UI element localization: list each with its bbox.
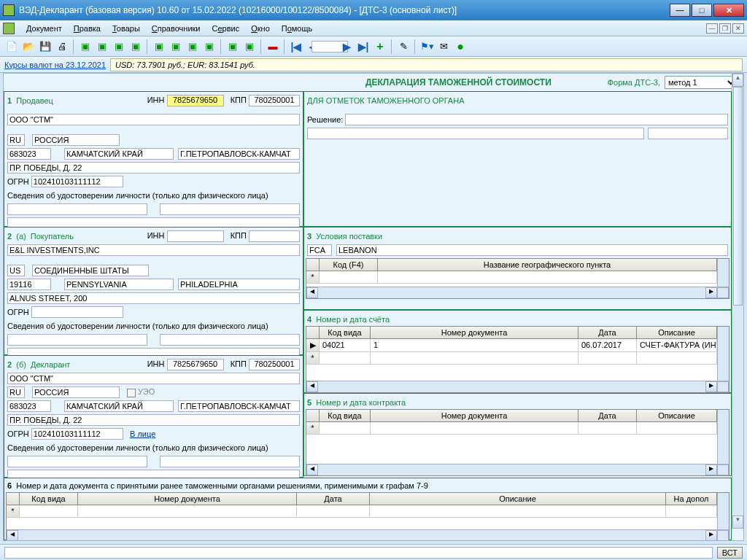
grid-vscroll[interactable] <box>717 493 729 529</box>
main-vscroll[interactable] <box>732 74 743 529</box>
seller-inn[interactable]: 7825679650 <box>167 95 224 106</box>
tb-edit[interactable]: ✎ <box>396 39 411 54</box>
seller-name[interactable] <box>7 114 300 125</box>
buyer-cc[interactable] <box>7 265 25 276</box>
buyer-id1[interactable] <box>7 334 147 346</box>
tb-g5[interactable]: ▣ <box>152 39 166 54</box>
seller-city[interactable] <box>178 148 300 160</box>
buyer-kpp[interactable] <box>249 230 300 242</box>
seller-zip[interactable] <box>7 148 51 160</box>
marks-f2[interactable] <box>648 128 728 139</box>
declarant-inn[interactable]: 7825679650 <box>167 359 224 370</box>
grid-vscroll[interactable] <box>717 259 729 287</box>
doc-icon <box>3 23 15 34</box>
tb-g4[interactable]: ▣ <box>128 39 143 54</box>
seller-id1[interactable] <box>7 203 147 215</box>
app-icon <box>3 4 15 16</box>
tb-last[interactable]: ▶| <box>356 39 371 54</box>
declarant-id2[interactable] <box>160 456 300 467</box>
seller-addr[interactable] <box>7 162 300 174</box>
tb-del[interactable]: ▬ <box>266 39 280 54</box>
tb-g2[interactable]: ▣ <box>95 39 109 54</box>
declarant-kpp[interactable]: 780250001 <box>249 359 300 370</box>
declarant-addr[interactable] <box>7 414 300 426</box>
declarant-city[interactable] <box>178 400 300 412</box>
tb-open[interactable]: 📂 <box>21 39 36 54</box>
mdi-close[interactable]: ✕ <box>732 23 744 34</box>
seller-country[interactable] <box>32 134 120 146</box>
buyer-ogrn[interactable] <box>31 306 123 318</box>
contract-grid[interactable]: Код видаНомер документаДатаОписание * ◀▶ <box>306 409 729 476</box>
vlitse-link[interactable]: В лице <box>130 429 155 438</box>
rate-link[interactable]: Курсы валют на 23.12.2021 <box>4 61 106 69</box>
buyer-region[interactable] <box>64 279 174 290</box>
seller-region[interactable] <box>64 148 174 160</box>
declarant-name[interactable] <box>7 373 300 384</box>
seller-cc[interactable] <box>7 134 25 146</box>
declarant-region[interactable] <box>64 400 174 412</box>
buyer-city[interactable] <box>178 279 300 290</box>
tb-page[interactable] <box>322 39 337 54</box>
tb-flag[interactable]: ⚑▾ <box>419 39 434 54</box>
menu-refs[interactable]: Справочники <box>146 23 206 34</box>
tb-g7[interactable]: ▣ <box>185 39 200 54</box>
marks-f1[interactable] <box>307 128 644 139</box>
panel-seller: 1 Продавец ИНН 7825679650 КПП 780250001 <box>4 91 303 227</box>
grid-vscroll[interactable] <box>717 327 729 381</box>
tb-mail[interactable]: ✉ <box>436 39 451 54</box>
menu-edit[interactable]: Правка <box>68 23 107 34</box>
grid-hscroll[interactable]: ◀▶ <box>7 529 729 541</box>
seller-id2[interactable] <box>160 203 300 215</box>
declarant-ogrn[interactable] <box>31 428 123 440</box>
panel-buyer: 2 (а) Покупатель ИНН КПП <box>4 227 303 355</box>
menu-window[interactable]: Окно <box>245 23 276 34</box>
tb-first[interactable]: |◀ <box>289 39 303 54</box>
buyer-country[interactable] <box>32 265 149 276</box>
invoice-grid[interactable]: Код видаНомер документаДатаОписание ▶040… <box>306 326 729 393</box>
menu-service[interactable]: Сервис <box>206 23 246 34</box>
decision-field[interactable] <box>345 114 728 125</box>
delivery-term[interactable] <box>307 244 332 256</box>
tb-g10[interactable]: ▣ <box>242 39 257 54</box>
buyer-zip[interactable] <box>7 279 51 290</box>
tb-g3[interactable]: ▣ <box>112 39 126 54</box>
grid-hscroll[interactable]: ◀▶ <box>306 381 729 392</box>
grid-vscroll[interactable] <box>717 410 729 464</box>
tb-g9[interactable]: ▣ <box>225 39 240 54</box>
mdi-restore[interactable]: ❐ <box>719 23 731 34</box>
declarant-zip[interactable] <box>7 400 51 412</box>
tb-dot[interactable]: ● <box>453 39 468 54</box>
method-select[interactable]: метод 1 <box>665 76 738 89</box>
tb-g6[interactable]: ▣ <box>169 39 183 54</box>
declarant-id1[interactable] <box>7 456 147 467</box>
tb-add[interactable]: + <box>373 39 387 54</box>
section6-grid[interactable]: Код видаНомер документаДатаОписаниеНа до… <box>6 492 729 541</box>
tb-g1[interactable]: ▣ <box>78 39 93 54</box>
declarant-cc[interactable] <box>7 386 25 398</box>
tb-new[interactable]: 📄 <box>4 39 19 54</box>
declarant-country[interactable] <box>32 386 120 398</box>
grid-hscroll[interactable]: ◀▶ <box>306 464 729 475</box>
menu-help[interactable]: Помощь <box>276 23 319 34</box>
tb-save[interactable]: 💾 <box>38 39 53 54</box>
seller-ogrn[interactable] <box>31 176 123 187</box>
delivery-grid[interactable]: Код (F4)Название географического пункта … <box>306 258 729 299</box>
tb-next[interactable]: ▶ <box>339 39 354 54</box>
menu-goods[interactable]: Товары <box>107 23 146 34</box>
ueo-checkbox[interactable] <box>127 389 136 397</box>
menu-document[interactable]: Документ <box>20 23 68 34</box>
panel-declarant: 2 (б) Декларант ИНН 7825679650 КПП 78025… <box>4 355 303 478</box>
minimize-button[interactable]: — <box>670 4 690 17</box>
maximize-button[interactable]: □ <box>692 4 712 17</box>
tb-print[interactable]: 🖨 <box>55 39 69 54</box>
tb-g8[interactable]: ▣ <box>202 39 217 54</box>
seller-kpp[interactable]: 780250001 <box>249 95 300 106</box>
grid-hscroll[interactable]: ◀▶ <box>306 287 729 298</box>
buyer-inn[interactable] <box>167 230 224 242</box>
mdi-minimize[interactable]: — <box>706 23 718 34</box>
buyer-id2[interactable] <box>160 334 300 346</box>
delivery-place[interactable] <box>336 244 728 256</box>
close-button[interactable]: ✕ <box>713 4 744 17</box>
buyer-name[interactable] <box>7 244 300 256</box>
buyer-addr[interactable] <box>7 292 300 304</box>
